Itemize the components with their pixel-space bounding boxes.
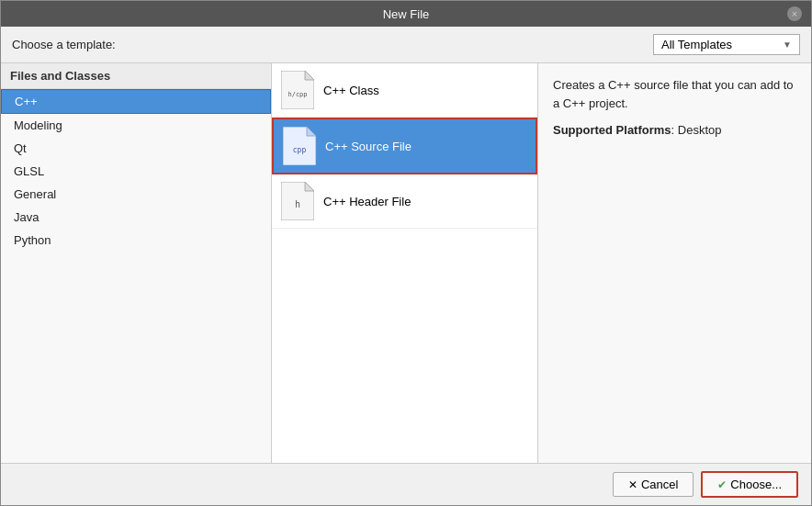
- category-item-python[interactable]: Python: [1, 229, 271, 252]
- dialog-title: New File: [25, 7, 787, 21]
- template-item-cpp-header[interactable]: h C++ Header File: [272, 174, 537, 229]
- platforms-label-text: Supported Platforms: [553, 123, 671, 137]
- middle-panel: h/cpp C++ Class cpp C++ Source File: [272, 63, 538, 463]
- choose-template-label: Choose a template:: [12, 38, 116, 51]
- category-item-qt[interactable]: Qt: [1, 137, 271, 160]
- chevron-down-icon: ▼: [783, 39, 792, 50]
- category-item-glsl[interactable]: GLSL: [1, 160, 271, 183]
- template-name-cpp-class: C++ Class: [323, 84, 379, 97]
- svg-text:h/cpp: h/cpp: [288, 91, 307, 98]
- cancel-icon: ✕: [628, 478, 637, 491]
- cancel-button[interactable]: ✕ Cancel: [613, 472, 694, 497]
- cancel-label: Cancel: [641, 478, 678, 491]
- svg-marker-1: [305, 71, 314, 80]
- category-list: C++ Modeling Qt GLSL General Java Python: [1, 89, 271, 463]
- template-item-cpp-class[interactable]: h/cpp C++ Class: [272, 63, 537, 118]
- checkmark-icon: ✔: [717, 478, 727, 491]
- close-button[interactable]: ×: [787, 6, 802, 21]
- template-item-cpp-source[interactable]: cpp C++ Source File: [272, 118, 537, 174]
- toolbar: Choose a template: All Templates ▼: [1, 27, 811, 62]
- svg-marker-4: [307, 127, 316, 136]
- choose-label: Choose...: [730, 478, 782, 491]
- category-item-modeling[interactable]: Modeling: [1, 114, 271, 137]
- template-name-cpp-header: C++ Header File: [323, 195, 411, 208]
- template-description: Creates a C++ source file that you can a…: [553, 76, 796, 112]
- platforms-value: Desktop: [678, 123, 722, 137]
- svg-marker-7: [305, 182, 314, 191]
- svg-text:cpp: cpp: [293, 146, 307, 154]
- category-item-cpp[interactable]: C++: [1, 89, 271, 114]
- category-item-general[interactable]: General: [1, 183, 271, 206]
- category-item-java[interactable]: Java: [1, 206, 271, 229]
- dropdown-value: All Templates: [661, 38, 732, 51]
- left-panel: Files and Classes C++ Modeling Qt GLSL G…: [1, 63, 272, 463]
- platforms-info: Supported Platforms: Desktop: [553, 123, 796, 137]
- titlebar: New File ×: [1, 1, 811, 27]
- cpp-header-icon: h: [281, 182, 314, 220]
- new-file-dialog: New File × Choose a template: All Templa…: [0, 0, 812, 506]
- cpp-class-icon: h/cpp: [281, 71, 314, 109]
- choose-button[interactable]: ✔ Choose...: [701, 471, 798, 498]
- right-panel: Creates a C++ source file that you can a…: [538, 63, 811, 463]
- template-filter-dropdown[interactable]: All Templates ▼: [653, 34, 800, 55]
- footer: ✕ Cancel ✔ Choose...: [1, 463, 811, 505]
- svg-text:h: h: [295, 199, 300, 209]
- main-content: Files and Classes C++ Modeling Qt GLSL G…: [1, 62, 811, 463]
- section-header: Files and Classes: [1, 63, 271, 89]
- template-list: h/cpp C++ Class cpp C++ Source File: [272, 63, 537, 463]
- cpp-source-icon: cpp: [283, 127, 316, 165]
- template-name-cpp-source: C++ Source File: [325, 140, 412, 153]
